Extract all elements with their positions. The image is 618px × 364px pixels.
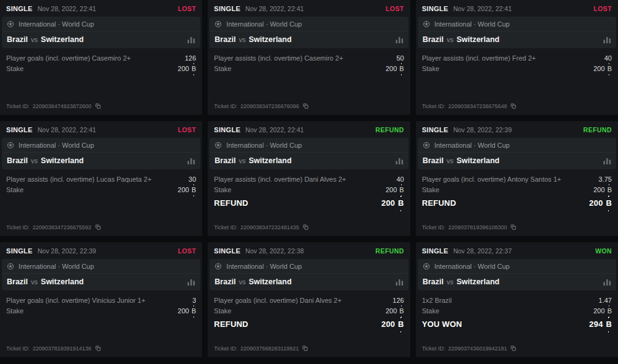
card-header: SINGLE Nov 28, 2022, 22:39 LOST bbox=[0, 242, 202, 259]
selection-row: Player goals (incl. overtime) Antony San… bbox=[422, 174, 612, 185]
league-row: International · World Cup bbox=[2, 138, 200, 153]
stake-label: Stake bbox=[422, 185, 439, 195]
vs-label: vs bbox=[239, 278, 245, 286]
vs-label: vs bbox=[447, 278, 454, 286]
status-badge: REFUND bbox=[583, 126, 612, 133]
bet-details: Player assists (incl. overtime) Dani Alv… bbox=[208, 169, 410, 210]
team-away: Switzerland bbox=[248, 277, 291, 286]
vs-label: vs bbox=[447, 157, 454, 164]
card-header: SINGLE Nov 28, 2022, 22:41 LOST bbox=[416, 0, 618, 17]
card-header: SINGLE Nov 28, 2022, 22:41 REFUND bbox=[208, 121, 410, 138]
bet-history-grid: SINGLE Nov 28, 2022, 22:41 LOST Internat… bbox=[0, 0, 618, 357]
team-away: Switzerland bbox=[457, 35, 499, 44]
vs-label: vs bbox=[447, 36, 454, 43]
selection-label: Player goals (incl. overtime) Casemiro 2… bbox=[6, 53, 130, 64]
stake-value: 200 B bbox=[386, 185, 404, 195]
bar-chart-icon[interactable] bbox=[187, 157, 195, 164]
copy-icon[interactable] bbox=[510, 345, 517, 352]
bet-datetime: Nov 28, 2022, 22:41 bbox=[38, 5, 96, 12]
teams-row: Brazil vs Switzerland bbox=[418, 274, 616, 290]
card-header: SINGLE Nov 28, 2022, 22:41 LOST bbox=[208, 0, 410, 17]
status-badge: LOST bbox=[178, 247, 197, 255]
bar-chart-icon[interactable] bbox=[396, 278, 404, 286]
stake-row: Stake 200 B bbox=[214, 306, 404, 316]
ticket-id-prefix: Ticket ID: bbox=[214, 103, 237, 109]
vs-label: vs bbox=[31, 36, 38, 43]
bar-chart-icon[interactable] bbox=[187, 36, 195, 43]
ticket-id-value: 2209038347236675648 bbox=[448, 103, 507, 109]
copy-icon[interactable] bbox=[510, 103, 517, 109]
league-row: International · World Cup bbox=[210, 17, 408, 32]
copy-icon[interactable] bbox=[302, 224, 309, 231]
ticket-id-value: 2209037819396108300 bbox=[448, 224, 507, 231]
copy-icon[interactable] bbox=[95, 224, 101, 231]
stake-row: Stake 200 B bbox=[6, 64, 196, 74]
bet-type-label: SINGLE bbox=[6, 5, 33, 12]
team-home: Brazil bbox=[423, 156, 444, 165]
stake-row: Stake 200 B bbox=[422, 185, 612, 195]
btc-symbol: B bbox=[399, 185, 404, 195]
teams-row: Brazil vs Switzerland bbox=[210, 274, 408, 290]
selection-row: Player goals (incl. overtime) Casemiro 2… bbox=[6, 53, 196, 64]
card-header: SINGLE Nov 28, 2022, 22:41 LOST bbox=[0, 0, 202, 17]
result-label: REFUND bbox=[214, 318, 248, 331]
copy-icon[interactable] bbox=[95, 345, 101, 352]
odds-value: 40 bbox=[604, 53, 612, 64]
bet-type-label: SINGLE bbox=[6, 247, 33, 255]
card-header: SINGLE Nov 28, 2022, 22:37 WON bbox=[416, 242, 618, 259]
bet-card: SINGLE Nov 28, 2022, 22:37 WON Internati… bbox=[416, 242, 618, 357]
bet-card: SINGLE Nov 28, 2022, 22:39 REFUND Intern… bbox=[416, 121, 618, 236]
bet-card: SINGLE Nov 28, 2022, 22:41 LOST Internat… bbox=[0, 121, 202, 236]
ticket-id-value: 2209037819391914136 bbox=[33, 345, 91, 352]
copy-icon[interactable] bbox=[302, 345, 308, 352]
selection-row: Player assists (incl. overtime) Casemiro… bbox=[214, 53, 404, 64]
league-label: International · World Cup bbox=[226, 263, 302, 270]
stake-label: Stake bbox=[214, 306, 231, 316]
result-value: 200 B bbox=[381, 197, 404, 210]
selection-label: Player assists (incl. overtime) Lucas Pa… bbox=[6, 174, 151, 185]
copy-icon[interactable] bbox=[510, 224, 517, 231]
btc-symbol: B bbox=[606, 197, 612, 210]
league-row: International · World Cup bbox=[418, 17, 616, 32]
bar-chart-icon[interactable] bbox=[396, 157, 404, 164]
teams-row: Brazil vs Switzerland bbox=[2, 32, 200, 48]
soccer-ball-icon bbox=[214, 142, 222, 149]
btc-symbol: B bbox=[398, 197, 404, 210]
league-label: International · World Cup bbox=[226, 20, 302, 28]
ticket-row: Ticket ID: 2209038347236676096 bbox=[214, 103, 309, 109]
result-label: REFUND bbox=[422, 197, 456, 210]
team-home: Brazil bbox=[423, 35, 444, 44]
bet-card: SINGLE Nov 28, 2022, 22:41 REFUND Intern… bbox=[208, 121, 410, 236]
bar-chart-icon[interactable] bbox=[396, 36, 404, 43]
team-home: Brazil bbox=[7, 277, 28, 286]
btc-symbol: B bbox=[192, 64, 196, 74]
result-value: 200 B bbox=[589, 197, 612, 210]
stake-row: Stake 200 B bbox=[214, 64, 404, 74]
selection-label: 1x2 Brazil bbox=[422, 295, 452, 306]
ticket-row: Ticket ID: 2209038347236675648 bbox=[422, 103, 517, 109]
bet-card: SINGLE Nov 28, 2022, 22:41 LOST Internat… bbox=[0, 0, 202, 115]
status-badge: LOST bbox=[178, 5, 197, 12]
bar-chart-icon[interactable] bbox=[603, 36, 611, 43]
bar-chart-icon[interactable] bbox=[603, 157, 611, 164]
result-row: REFUND 200 B bbox=[214, 318, 404, 331]
ticket-id-prefix: Ticket ID: bbox=[6, 224, 30, 231]
league-label: International · World Cup bbox=[434, 142, 510, 149]
match-panel: International · World Cup Brazil vs Swit… bbox=[418, 17, 616, 48]
bar-chart-icon[interactable] bbox=[187, 278, 195, 286]
ticket-row: Ticket ID: 2209038347232481435 bbox=[214, 224, 309, 231]
soccer-ball-icon bbox=[423, 20, 430, 28]
bet-type-label: SINGLE bbox=[214, 5, 240, 12]
stake-value: 200 B bbox=[593, 306, 612, 316]
bar-chart-icon[interactable] bbox=[603, 278, 611, 286]
team-away: Switzerland bbox=[41, 277, 83, 286]
btc-symbol: B bbox=[607, 306, 612, 316]
ticket-id-value: 2209038474923872600 bbox=[33, 103, 91, 109]
copy-icon[interactable] bbox=[302, 103, 309, 109]
result-value: 294 B bbox=[589, 318, 612, 331]
odds-value: 126 bbox=[392, 295, 404, 306]
card-header: SINGLE Nov 28, 2022, 22:38 REFUND bbox=[208, 242, 410, 259]
ticket-id-value: 2209038347232481435 bbox=[240, 224, 299, 231]
copy-icon[interactable] bbox=[95, 103, 101, 109]
bet-details: Player goals (incl. overtime) Dani Alves… bbox=[208, 290, 410, 331]
